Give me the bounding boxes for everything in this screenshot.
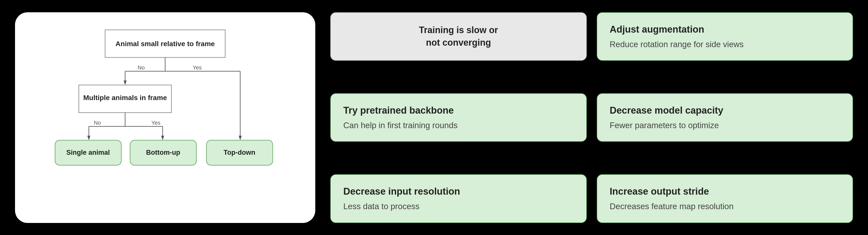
tip-box-decrease-resolution: Decrease input resolution Less data to p… xyxy=(330,174,587,223)
main-container: Animal small relative to frame No Yes Mu… xyxy=(0,0,868,235)
tip-sub-pretrained-backbone: Can help in first training rounds xyxy=(343,120,458,131)
tip-sub-decrease-capacity: Fewer parameters to optimize xyxy=(610,120,719,131)
flowchart-leaf1: Single animal xyxy=(66,149,110,156)
tip-title-increase-stride: Increase output stride xyxy=(610,185,709,198)
svg-marker-11 xyxy=(161,136,164,140)
label-yes1: Yes xyxy=(193,64,202,71)
flowchart-panel: Animal small relative to frame No Yes Mu… xyxy=(15,12,315,223)
label-yes2: Yes xyxy=(151,120,160,126)
flowchart-leaf3: Top-down xyxy=(224,149,255,156)
tips-row-2: Try pretrained backbone Can help in firs… xyxy=(330,93,853,142)
svg-marker-4 xyxy=(124,80,127,85)
tips-row-1: Training is slow or not converging Adjus… xyxy=(330,12,853,61)
tip-box-increase-stride: Increase output stride Decreases feature… xyxy=(597,174,853,223)
tip-sub-decrease-resolution: Less data to process xyxy=(343,201,420,212)
tip-sub-increase-stride: Decreases feature map resolution xyxy=(610,201,734,212)
tip-title-adjust-augmentation: Adjust augmentation xyxy=(610,23,704,36)
svg-marker-14 xyxy=(239,136,242,140)
tip-sub-adjust-augmentation: Reduce rotation range for side views xyxy=(610,38,744,50)
tip-title-pretrained-backbone: Try pretrained backbone xyxy=(343,104,454,117)
tips-panel: Training is slow or not converging Adjus… xyxy=(330,12,853,223)
flowchart-box2: Multiple animals in frame xyxy=(83,94,167,102)
tip-box-training-slow: Training is slow or not converging xyxy=(330,12,587,61)
tip-box-pretrained-backbone: Try pretrained backbone Can help in firs… xyxy=(330,93,587,142)
label-no2: No xyxy=(94,120,101,126)
tip-title-decrease-capacity: Decrease model capacity xyxy=(610,104,723,117)
flowchart-leaf2: Bottom-up xyxy=(146,149,180,156)
tip-box-adjust-augmentation: Adjust augmentation Reduce rotation rang… xyxy=(597,12,853,61)
svg-marker-9 xyxy=(87,136,90,140)
tip-title-decrease-resolution: Decrease input resolution xyxy=(343,185,460,198)
tip-box-decrease-capacity: Decrease model capacity Fewer parameters… xyxy=(597,93,853,142)
flowchart-box1: Animal small relative to frame xyxy=(116,40,215,48)
tip-title-training-slow: Training is slow or not converging xyxy=(419,24,498,49)
tips-row-3: Decrease input resolution Less data to p… xyxy=(330,174,853,223)
label-no1: No xyxy=(137,64,145,71)
flowchart-svg: Animal small relative to frame No Yes Mu… xyxy=(40,22,290,213)
